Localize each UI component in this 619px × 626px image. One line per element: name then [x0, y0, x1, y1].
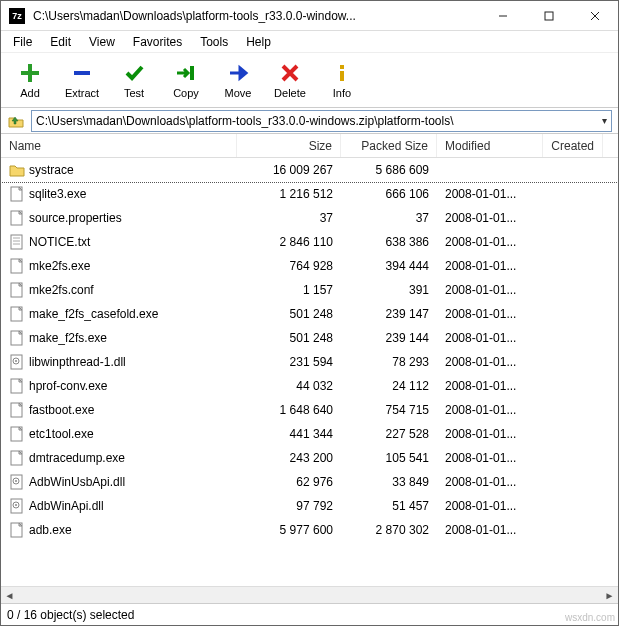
file-name: mke2fs.exe	[29, 259, 90, 273]
file-name: hprof-conv.exe	[29, 379, 108, 393]
file-name-cell: systrace	[1, 162, 237, 178]
table-row[interactable]: mke2fs.exe764 928394 4442008-01-01...	[1, 254, 618, 278]
exe-icon	[9, 426, 25, 442]
add-button[interactable]: Add	[5, 55, 55, 105]
file-name: mke2fs.conf	[29, 283, 94, 297]
list-header: Name Size Packed Size Modified Created	[1, 134, 618, 158]
svg-rect-8	[340, 65, 344, 69]
table-row[interactable]: etc1tool.exe441 344227 5282008-01-01...	[1, 422, 618, 446]
svg-rect-12	[11, 235, 22, 249]
table-row[interactable]: make_f2fs.exe501 248239 1442008-01-01...	[1, 326, 618, 350]
file-packed-size: 5 686 609	[341, 163, 437, 177]
dll-icon	[9, 498, 25, 514]
file-modified: 2008-01-01...	[437, 379, 543, 393]
dll-icon	[9, 354, 25, 370]
menu-help[interactable]: Help	[238, 33, 279, 51]
copy-label: Copy	[173, 87, 199, 99]
table-row[interactable]: adb.exe5 977 6002 870 3022008-01-01...	[1, 518, 618, 542]
menu-file[interactable]: File	[5, 33, 40, 51]
extract-button[interactable]: Extract	[57, 55, 107, 105]
table-row[interactable]: dmtracedump.exe243 200105 5412008-01-01.…	[1, 446, 618, 470]
menu-view[interactable]: View	[81, 33, 123, 51]
file-listview: Name Size Packed Size Modified Created s…	[1, 134, 618, 603]
table-row[interactable]: make_f2fs_casefold.exe501 248239 1472008…	[1, 302, 618, 326]
delete-button[interactable]: Delete	[265, 55, 315, 105]
exe-icon	[9, 450, 25, 466]
file-name-cell: NOTICE.txt	[1, 234, 237, 250]
file-modified: 2008-01-01...	[437, 331, 543, 345]
file-modified: 2008-01-01...	[437, 307, 543, 321]
file-size: 1 157	[237, 283, 341, 297]
file-name-cell: libwinpthread-1.dll	[1, 354, 237, 370]
file-name-cell: make_f2fs.exe	[1, 330, 237, 346]
column-header-created[interactable]: Created	[543, 134, 603, 157]
file-name: AdbWinUsbApi.dll	[29, 475, 125, 489]
file-name-cell: fastboot.exe	[1, 402, 237, 418]
column-header-name[interactable]: Name	[1, 134, 237, 157]
info-button[interactable]: Info	[317, 55, 367, 105]
status-text: 0 / 16 object(s) selected	[7, 608, 134, 622]
file-modified: 2008-01-01...	[437, 499, 543, 513]
table-row[interactable]: systrace16 009 2675 686 609	[1, 158, 618, 182]
table-row[interactable]: source.properties37372008-01-01...	[1, 206, 618, 230]
minimize-button[interactable]	[480, 1, 526, 31]
file-size: 441 344	[237, 427, 341, 441]
file-modified: 2008-01-01...	[437, 235, 543, 249]
file-modified: 2008-01-01...	[437, 403, 543, 417]
titlebar[interactable]: 7z C:\Users\madan\Downloads\platform-too…	[1, 1, 618, 31]
address-input[interactable]: C:\Users\madan\Downloads\platform-tools_…	[31, 110, 612, 132]
file-modified: 2008-01-01...	[437, 427, 543, 441]
move-button[interactable]: Move	[213, 55, 263, 105]
file-packed-size: 33 849	[341, 475, 437, 489]
table-row[interactable]: mke2fs.conf1 1573912008-01-01...	[1, 278, 618, 302]
address-dropdown-icon[interactable]: ▾	[602, 115, 607, 126]
column-header-modified[interactable]: Modified	[437, 134, 543, 157]
table-row[interactable]: sqlite3.exe1 216 512666 1062008-01-01...	[1, 182, 618, 206]
column-header-packed-size[interactable]: Packed Size	[341, 134, 437, 157]
scroll-left-button[interactable]: ◄	[1, 587, 18, 604]
test-button[interactable]: Test	[109, 55, 159, 105]
up-folder-icon[interactable]	[7, 112, 25, 130]
copy-button[interactable]: Copy	[161, 55, 211, 105]
file-name-cell: AdbWinApi.dll	[1, 498, 237, 514]
toolbar: AddExtractTestCopyMoveDeleteInfo	[1, 53, 618, 108]
file-modified: 2008-01-01...	[437, 523, 543, 537]
table-row[interactable]: NOTICE.txt2 846 110638 3862008-01-01...	[1, 230, 618, 254]
file-name: etc1tool.exe	[29, 427, 94, 441]
file-packed-size: 239 144	[341, 331, 437, 345]
file-name: systrace	[29, 163, 74, 177]
file-name: sqlite3.exe	[29, 187, 86, 201]
info-icon	[330, 61, 354, 85]
x-icon	[278, 61, 302, 85]
file-size: 44 032	[237, 379, 341, 393]
move-icon	[226, 61, 250, 85]
menu-tools[interactable]: Tools	[192, 33, 236, 51]
table-row[interactable]: AdbWinApi.dll97 79251 4572008-01-01...	[1, 494, 618, 518]
table-row[interactable]: libwinpthread-1.dll231 59478 2932008-01-…	[1, 350, 618, 374]
file-name: make_f2fs_casefold.exe	[29, 307, 158, 321]
file-packed-size: 37	[341, 211, 437, 225]
file-name: make_f2fs.exe	[29, 331, 107, 345]
table-row[interactable]: fastboot.exe1 648 640754 7152008-01-01..…	[1, 398, 618, 422]
file-name-cell: adb.exe	[1, 522, 237, 538]
close-button[interactable]	[572, 1, 618, 31]
menu-edit[interactable]: Edit	[42, 33, 79, 51]
table-row[interactable]: hprof-conv.exe44 03224 1122008-01-01...	[1, 374, 618, 398]
file-size: 37	[237, 211, 341, 225]
horizontal-scrollbar[interactable]: ◄ ►	[1, 586, 618, 603]
add-label: Add	[20, 87, 40, 99]
svg-point-29	[15, 480, 17, 482]
file-modified: 2008-01-01...	[437, 283, 543, 297]
table-row[interactable]: AdbWinUsbApi.dll62 97633 8492008-01-01..…	[1, 470, 618, 494]
exe-icon	[9, 402, 25, 418]
svg-rect-7	[190, 66, 194, 80]
svg-rect-9	[340, 71, 344, 81]
maximize-button[interactable]	[526, 1, 572, 31]
list-body[interactable]: systrace16 009 2675 686 609sqlite3.exe1 …	[1, 158, 618, 586]
menubar: FileEditViewFavoritesToolsHelp	[1, 31, 618, 53]
file-name-cell: mke2fs.exe	[1, 258, 237, 274]
column-header-size[interactable]: Size	[237, 134, 341, 157]
menu-favorites[interactable]: Favorites	[125, 33, 190, 51]
scroll-right-button[interactable]: ►	[601, 587, 618, 604]
file-name: source.properties	[29, 211, 122, 225]
